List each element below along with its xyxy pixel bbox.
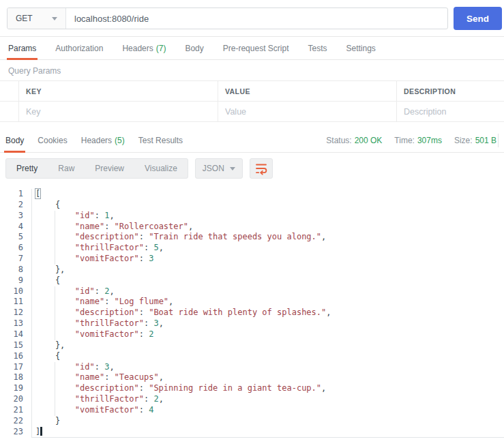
- code-content: [: [31, 189, 504, 200]
- code-content: "vomitFactor": 3: [31, 254, 504, 265]
- line-number: 11: [0, 297, 31, 308]
- chevron-down-icon: [52, 17, 57, 20]
- response-header: Body Cookies Headers (5) Test Results St…: [0, 128, 504, 153]
- response-toolbar: PrettyRawPreviewVisualize JSON: [0, 153, 504, 184]
- url-input[interactable]: [66, 8, 447, 29]
- code-content: "id": 3,: [31, 362, 504, 373]
- chevron-down-icon: [230, 167, 235, 170]
- line-number: 14: [0, 329, 31, 340]
- request-tab[interactable]: Authorization: [55, 37, 103, 59]
- code-line: 17 "id": 3,: [0, 362, 504, 373]
- code-line: 20 "thrillFactor": 2,: [0, 394, 504, 405]
- line-number: 6: [0, 243, 31, 254]
- line-number: 20: [0, 394, 31, 405]
- tab-label: Tests: [308, 44, 327, 53]
- tab-label: Pre-request Script: [223, 44, 289, 53]
- description-cell: [397, 102, 504, 121]
- code-content: {: [31, 275, 504, 286]
- code-line: 16 {: [0, 351, 504, 362]
- line-number: 22: [0, 416, 31, 427]
- tab-label: Headers: [122, 44, 153, 53]
- code-line: 13 "thrillFactor": 3,: [0, 318, 504, 329]
- tab-label: Settings: [346, 44, 376, 53]
- code-content: },: [31, 340, 504, 351]
- line-number: 1: [0, 189, 31, 200]
- column-header-value: VALUE: [218, 81, 397, 101]
- request-tab[interactable]: Params: [8, 37, 36, 59]
- tab-label: Body: [185, 44, 203, 53]
- code-line: 14 "vomitFactor": 2: [0, 329, 504, 340]
- column-header-key: KEY: [19, 81, 218, 101]
- code-line: 9 {: [0, 275, 504, 286]
- meta-label: Time:: [394, 136, 415, 145]
- view-mode-button[interactable]: Raw: [48, 159, 85, 178]
- meta-label: Size:: [454, 136, 473, 145]
- request-tab[interactable]: Body: [185, 37, 203, 59]
- code-content: "name": "Teacups",: [31, 372, 504, 383]
- line-number: 5: [0, 232, 31, 243]
- line-number: 23: [0, 427, 31, 438]
- code-content: {: [31, 351, 504, 362]
- code-line: 18 "name": "Teacups",: [0, 372, 504, 383]
- meta-item: Size: 501 B: [454, 136, 496, 145]
- request-tab[interactable]: Pre-request Script: [223, 37, 289, 59]
- response-tab[interactable]: Cookies: [38, 128, 67, 152]
- query-params-header-row: KEY VALUE DESCRIPTION: [0, 81, 504, 102]
- description-input[interactable]: [404, 107, 504, 117]
- line-number: 12: [0, 308, 31, 318]
- code-line: 10 "id": 2,: [0, 286, 504, 297]
- view-mode-button[interactable]: Preview: [85, 159, 134, 178]
- code-content: }: [31, 416, 504, 427]
- meta-value: 307ms: [417, 136, 442, 145]
- meta-item: Status: 200 OK: [326, 136, 382, 145]
- divider: [498, 134, 499, 147]
- tab-label: Test Results: [138, 136, 183, 145]
- code-line: 4 "name": "Rollercoaster",: [0, 222, 504, 233]
- response-tab[interactable]: Test Results: [138, 128, 183, 152]
- code-content: "id": 1,: [31, 211, 504, 222]
- code-line: 11 "name": "Log flume",: [0, 297, 504, 308]
- request-tab[interactable]: Headers (7): [122, 37, 166, 59]
- meta-label: Status:: [326, 136, 351, 145]
- code-line: 21 "vomitFactor": 4: [0, 405, 504, 416]
- text-cursor: [40, 427, 42, 436]
- wrap-text-button[interactable]: [250, 158, 273, 179]
- code-content: "description": "Train ride that speeds y…: [31, 232, 504, 243]
- response-tab[interactable]: Body: [5, 128, 24, 152]
- response-tab[interactable]: Headers (5): [81, 128, 125, 152]
- line-number: 7: [0, 254, 31, 265]
- line-number: 2: [0, 200, 31, 211]
- request-tab[interactable]: Settings: [346, 37, 376, 59]
- response-tabs: Body Cookies Headers (5) Test Results: [5, 128, 196, 152]
- tab-label: Params: [8, 44, 36, 53]
- response-body-viewer[interactable]: 1[2 {3 "id": 1,4 "name": "Rollercoaster"…: [0, 189, 504, 438]
- format-select[interactable]: JSON: [195, 158, 243, 179]
- line-number: 8: [0, 265, 31, 275]
- tab-label: Body: [5, 136, 24, 145]
- send-button[interactable]: Send: [454, 7, 502, 30]
- line-number: 3: [0, 211, 31, 222]
- format-label: JSON: [203, 164, 224, 173]
- request-tab[interactable]: Tests: [308, 37, 327, 59]
- line-number: 9: [0, 275, 31, 286]
- code-line: 19 "description": "Spinning ride in a gi…: [0, 383, 504, 394]
- key-input[interactable]: [26, 107, 218, 117]
- code-line: 7 "vomitFactor": 3: [0, 254, 504, 265]
- code-content: {: [31, 200, 504, 211]
- code-content: "description": "Spinning ride in a giant…: [31, 383, 504, 394]
- code-line: 6 "thrillFactor": 5,: [0, 243, 504, 254]
- line-number: 10: [0, 286, 31, 297]
- meta-value: 501 B: [475, 136, 496, 145]
- line-number: 16: [0, 351, 31, 362]
- value-input[interactable]: [225, 107, 396, 117]
- view-mode-button[interactable]: Visualize: [134, 159, 188, 178]
- tab-label: Authorization: [55, 44, 103, 53]
- code-content: "description": "Boat ride with plenty of…: [31, 308, 504, 318]
- code-line: 8 },: [0, 265, 504, 275]
- method-select[interactable]: GET: [8, 8, 66, 29]
- view-mode-button[interactable]: Pretty: [6, 159, 48, 178]
- code-line: 5 "description": "Train ride that speeds…: [0, 232, 504, 243]
- code-line: 3 "id": 1,: [0, 211, 504, 222]
- view-mode-group: PrettyRawPreviewVisualize: [5, 158, 188, 179]
- code-line: 12 "description": "Boat ride with plenty…: [0, 308, 504, 318]
